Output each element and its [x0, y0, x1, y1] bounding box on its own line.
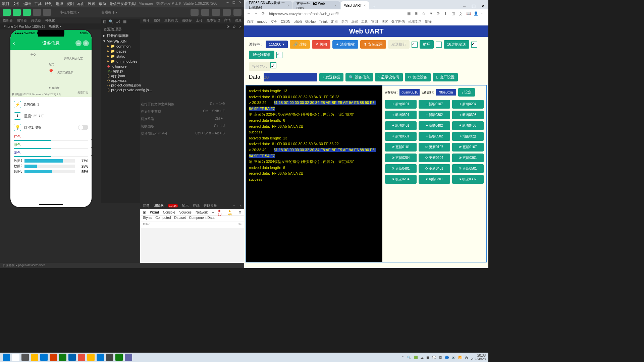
back-icon[interactable]: ‹ — [13, 40, 15, 46]
search-icon[interactable]: 🔍 — [109, 19, 113, 25]
grid-button[interactable]: ♥ 响应0302 — [452, 175, 484, 184]
app-icon[interactable] — [50, 354, 57, 361]
tab-styles[interactable]: Styles — [143, 216, 152, 222]
capsule-close-icon[interactable]: ◎ — [83, 40, 89, 46]
ext-icon[interactable]: ▦ — [407, 11, 412, 16]
tree-folder[interactable]: ▸ 📁 common — [103, 44, 140, 49]
clock-date[interactable]: 2023/8/28 — [471, 357, 486, 361]
hexrecv-check[interactable]: ✓ — [276, 52, 282, 58]
mute-icon[interactable]: ✕ — [239, 25, 241, 28]
grid-button[interactable]: + 新增0107 — [419, 100, 450, 109]
data-input[interactable] — [264, 73, 317, 81]
bookmark[interactable]: bilibili — [293, 20, 302, 23]
visual-btn[interactable] — [33, 9, 41, 16]
wifi-set-button[interactable]: ‹ 设定 — [458, 88, 475, 97]
subbar-preview[interactable]: 预览 — [154, 18, 160, 23]
tray-icon[interactable]: ☁ — [420, 356, 424, 359]
tree-file[interactable]: {} app.json — [103, 73, 140, 78]
loop-check[interactable] — [436, 42, 442, 48]
min-icon[interactable]: − — [460, 3, 469, 9]
tree-file[interactable]: {} app.wxss — [103, 78, 140, 83]
tree-folder[interactable]: ▸ 📁 pages — [103, 49, 140, 54]
bookmark[interactable]: 学习 — [341, 19, 348, 24]
toolbar-btn5[interactable] — [43, 9, 51, 16]
tab-quality[interactable]: 代码质量 — [204, 203, 217, 208]
bookmark[interactable]: 后端 — [351, 19, 358, 24]
tab-computed[interactable]: Computed — [155, 216, 171, 222]
grid-button[interactable]: + 新增0501 — [385, 132, 417, 141]
tab-network[interactable]: Network — [196, 210, 208, 214]
ext-icon[interactable]: ▦ — [123, 19, 126, 25]
subbar-clearcache[interactable]: 清缓存 — [182, 18, 192, 23]
menu-tools[interactable]: 工具 — [34, 1, 42, 6]
inspect-icon[interactable]: ▣ — [143, 210, 146, 214]
cls-toggle[interactable]: .cls — [237, 223, 242, 227]
app-icon[interactable] — [125, 354, 132, 361]
grid-button[interactable]: ⟳ 更新0204 — [385, 154, 417, 162]
grid-button[interactable]: ⟳ 更新0101 — [385, 143, 417, 152]
wifi-name-input[interactable] — [399, 89, 420, 96]
app-icon[interactable] — [87, 354, 95, 361]
send-button[interactable]: ‹ 发送数据 — [319, 73, 343, 81]
tree-editors[interactable]: ▸ 打开的编辑器 — [103, 33, 140, 39]
device-select[interactable]: iPhone 14 Pro Max 100% 16 — [3, 25, 45, 28]
capsule-more-icon[interactable]: ⋯ — [75, 40, 82, 46]
back-icon[interactable]: ← — [247, 11, 252, 16]
bulb-toggle[interactable] — [78, 125, 88, 130]
menu-help[interactable]: 帮助 — [99, 1, 106, 6]
grid-button[interactable]: ⟳ 更新0401 — [419, 164, 450, 173]
bookmark[interactable]: 数字图信 — [391, 19, 405, 24]
subbar-visual[interactable]: 可视化 — [45, 18, 55, 23]
branch-icon[interactable]: ⎇ — [116, 19, 120, 25]
editor-btn[interactable] — [13, 9, 21, 16]
terminal-output[interactable]: recived data length: 13recived data: 81 … — [246, 85, 382, 262]
tab-terminal[interactable]: 终端 — [193, 203, 200, 208]
start-icon[interactable] — [3, 354, 10, 361]
more-icon[interactable]: » — [212, 210, 214, 214]
tab-compdata[interactable]: Component Data — [189, 216, 215, 222]
bookmark[interactable]: 翻译 — [425, 19, 432, 24]
menu-select[interactable]: 选择 — [56, 1, 63, 6]
subbar-realdevice[interactable]: 真机调试 — [164, 18, 178, 23]
close-icon[interactable]: × — [239, 204, 241, 208]
menu-icon[interactable]: ⋯ — [481, 11, 486, 16]
baud-select[interactable]: 115200 ▾ — [266, 41, 288, 48]
explorer-icon[interactable]: ◧ — [103, 19, 106, 25]
app-icon[interactable] — [78, 354, 85, 361]
bookmark[interactable]: CSDN — [281, 20, 290, 23]
connect-button[interactable]: 🔗 连接 — [290, 40, 310, 49]
upload-btn[interactable] — [233, 9, 241, 16]
tab-problems[interactable]: 问题 — [143, 203, 150, 208]
subbar-version[interactable]: 版本管理 — [207, 18, 220, 23]
max-icon[interactable]: □ — [469, 3, 478, 9]
simulator-btn[interactable] — [3, 9, 11, 16]
grid-button[interactable]: + 新增0101 — [385, 100, 417, 109]
grid-button[interactable]: + 新增0302 — [419, 111, 450, 119]
showid-button[interactable]: › 显示设备号 — [375, 73, 403, 81]
tray-icon[interactable]: 🔊 — [451, 356, 455, 359]
tray-ime[interactable]: 英 — [465, 355, 468, 360]
grid-button[interactable]: ⟳ 更新0301 — [452, 154, 484, 162]
tray-icon[interactable]: 💬 — [432, 356, 436, 359]
grid-button[interactable]: ⟳ 更新0107 — [419, 143, 450, 152]
close-icon[interactable]: × — [239, 0, 241, 5]
grid-button[interactable]: + 新增0204 — [452, 100, 484, 109]
factory-button[interactable]: ⎙ 出厂设置 — [433, 73, 458, 81]
reload-icon[interactable]: ⟳ — [262, 11, 266, 16]
gear-icon[interactable]: ⚙ — [238, 210, 241, 214]
maximize-icon[interactable]: □ — [233, 0, 235, 5]
app-icon[interactable] — [59, 354, 66, 361]
map-view[interactable]: 中心 劳动人民文化宫 端门 天安门邮政所 外金水桥 天安门西 📍 腾讯地图 ©2… — [10, 50, 92, 97]
edge-icon[interactable] — [40, 354, 48, 361]
grid-button[interactable]: ⟳ 更新0401 — [385, 164, 417, 173]
grid-button[interactable]: ⟳ 更新0107 — [452, 143, 484, 152]
tree-folder[interactable]: ▸ 📁 uni_modules — [103, 59, 140, 64]
menu-goto[interactable]: 转到 — [45, 1, 52, 6]
tree-file[interactable]: {} project.config.json — [103, 83, 140, 87]
reader-icon[interactable]: 📖 — [466, 11, 471, 16]
tray-icon[interactable]: 📶 — [458, 356, 462, 359]
hexsend-check[interactable]: ✓ — [471, 42, 477, 48]
browser-tab[interactable]: ESP32-C3 wifi模块板 一站式物联× — [246, 1, 292, 9]
forward-icon[interactable]: → — [254, 11, 259, 16]
collapse-icon[interactable]: ⌃ — [233, 204, 235, 208]
